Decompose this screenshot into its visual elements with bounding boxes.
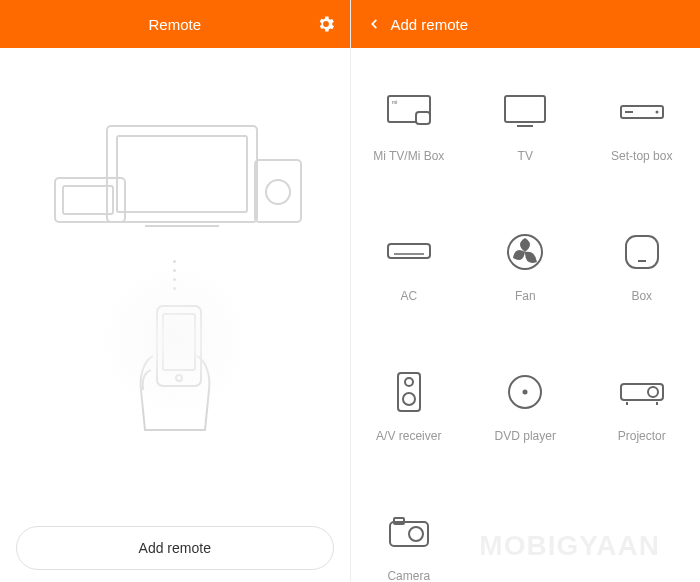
device-mitv[interactable]: mi Mi TV/Mi Box [351,56,468,196]
svg-rect-5 [255,160,301,222]
device-projector[interactable]: Projector [584,336,701,476]
svg-point-29 [648,387,658,397]
tv-icon [502,89,548,135]
device-ac[interactable]: AC [351,196,468,336]
device-avr[interactable]: A/V receiver [351,336,468,476]
add-remote-header: Add remote [351,0,701,48]
device-box[interactable]: Box [584,196,701,336]
back-button[interactable] [367,17,381,31]
dvd-icon [502,369,548,415]
device-tv[interactable]: TV [467,56,584,196]
ac-icon [386,229,432,275]
add-remote-pane: Add remote mi Mi TV/Mi Box TV Set-top bo… [351,0,701,582]
svg-point-34 [409,527,423,541]
device-label: Projector [618,429,666,443]
add-remote-title: Add remote [391,16,469,33]
svg-rect-1 [63,186,113,214]
device-type-grid: mi Mi TV/Mi Box TV Set-top box [351,48,701,582]
svg-rect-13 [505,96,545,122]
remote-home-pane: Remote [0,0,351,582]
device-label: A/V receiver [376,429,441,443]
connection-dots [0,260,350,290]
svg-point-16 [655,111,658,114]
device-label: DVD player [495,429,556,443]
device-label: Box [631,289,652,303]
device-fan[interactable]: Fan [467,196,584,336]
device-label: Set-top box [611,149,672,163]
svg-rect-8 [163,314,195,370]
settings-button[interactable] [316,14,336,34]
svg-rect-21 [626,236,658,268]
app-container: Remote [0,0,700,582]
hand-phone-illustration [0,296,350,446]
device-settop[interactable]: Set-top box [584,56,701,196]
device-camera[interactable]: Camera [351,476,468,582]
box-icon [619,229,665,275]
svg-point-24 [405,378,413,386]
svg-point-25 [403,393,415,405]
svg-rect-0 [55,178,125,222]
device-label: Mi TV/Mi Box [373,149,444,163]
devices-illustration [0,108,350,238]
device-label: TV [518,149,533,163]
settop-icon [619,89,665,135]
svg-rect-2 [107,126,257,222]
projector-icon [619,369,665,415]
svg-point-6 [266,180,290,204]
svg-point-27 [523,390,528,395]
remote-title: Remote [148,16,201,33]
svg-point-9 [176,375,182,381]
device-dvd[interactable]: DVD player [467,336,584,476]
fan-icon [502,229,548,275]
gear-icon [316,14,336,34]
device-label: AC [400,289,417,303]
camera-icon [386,509,432,555]
chevron-left-icon [367,17,381,31]
svg-rect-28 [621,384,663,400]
svg-text:mi: mi [392,99,397,105]
svg-rect-3 [117,136,247,212]
add-remote-button-label: Add remote [139,540,211,556]
avr-icon [386,369,432,415]
add-remote-button[interactable]: Add remote [16,526,334,570]
mitv-icon: mi [386,89,432,135]
device-label: Fan [515,289,536,303]
add-remote-button-wrap: Add remote [16,526,334,570]
remote-header: Remote [0,0,350,48]
device-label: Camera [387,569,430,582]
svg-rect-12 [416,112,430,124]
svg-rect-18 [388,244,430,258]
